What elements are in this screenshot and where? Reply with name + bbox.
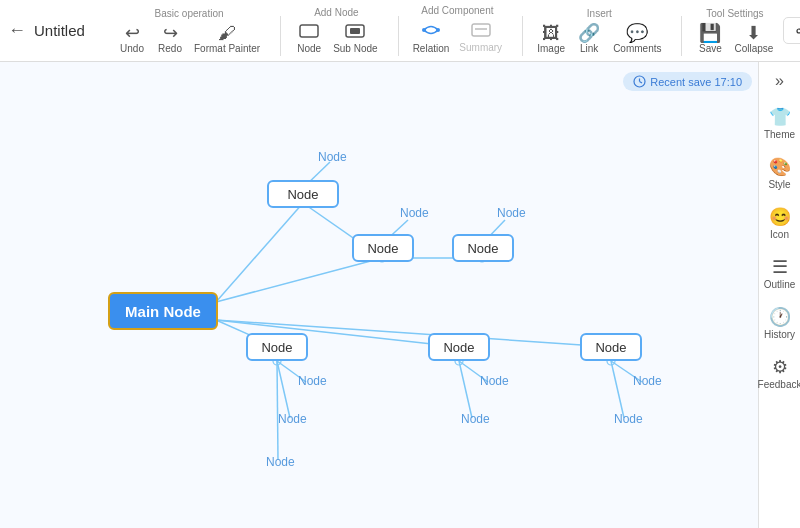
node-n4[interactable]: Node [246,333,308,361]
node-n5[interactable]: Node [428,333,490,361]
image-icon: 🖼 [542,24,560,42]
icon-button[interactable]: 😊 Icon [761,202,799,244]
relation-label: Relation [413,43,450,54]
style-icon: 🎨 [769,156,791,178]
sep4 [681,16,682,56]
history-icon: 🕐 [769,306,791,328]
svg-point-3 [422,28,426,32]
sub-node-label: Sub Node [333,43,377,54]
recent-save-badge: Recent save 17:10 [623,72,752,91]
group-tool-settings: Tool Settings 💾 Save ⬇ Collapse [692,8,777,56]
feedback-icon: ⚙ [772,356,788,378]
summary-icon [471,22,491,41]
comments-icon: 💬 [626,24,648,42]
svg-line-17 [216,203,303,302]
save-icon: 💾 [699,24,721,42]
history-button[interactable]: 🕐 History [761,302,799,344]
save-button[interactable]: 💾 Save [692,22,728,56]
theme-icon: 👕 [769,106,791,128]
comments-button[interactable]: 💬 Comments [609,22,665,56]
node-n1-label: Node [287,187,318,202]
undo-button[interactable]: ↩ Undo [114,22,150,56]
group-add-node-items: Node Sub Node [291,21,381,56]
group-insert-items: 🖼 Image 🔗 Link 💬 Comments [533,22,665,56]
toolbar: ← Untitled Basic operation ↩ Undo ↪ Redo… [0,0,800,62]
image-label: Image [537,43,565,54]
style-button[interactable]: 🎨 Style [761,152,799,194]
svg-line-29 [277,361,278,460]
panel-collapse-button[interactable]: » [771,68,788,94]
node-n6-label: Node [595,340,626,355]
svg-point-4 [436,28,440,32]
float-label-3: Node [298,374,327,388]
node-n5-label: Node [443,340,474,355]
float-label-0: Node [318,150,347,164]
format-painter-label: Format Painter [194,43,260,54]
save-label: Save [699,43,722,54]
float-label-1: Node [400,206,429,220]
theme-button[interactable]: 👕 Theme [761,102,799,144]
relation-icon [421,21,441,42]
share-icon [796,24,800,38]
svg-rect-2 [350,28,360,34]
recent-save-text: Recent save 17:10 [650,76,742,88]
svg-line-19 [216,258,382,302]
group-add-node-label: Add Node [314,7,358,18]
sep2 [398,16,399,56]
outline-label: Outline [764,279,796,290]
collapse-label: Collapse [734,43,773,54]
redo-button[interactable]: ↪ Redo [152,22,188,56]
relation-button[interactable]: Relation [409,19,454,56]
feedback-label: Feedback [758,379,800,390]
link-label: Link [580,43,598,54]
group-insert: Insert 🖼 Image 🔗 Link 💬 Comments [533,8,665,56]
group-insert-label: Insert [587,8,612,19]
float-label-7: Node [461,412,490,426]
outline-icon: ☰ [772,256,788,278]
main-node-label: Main Node [125,303,201,320]
feedback-button[interactable]: ⚙ Feedback [761,352,799,394]
summary-button[interactable]: Summary [455,20,506,55]
link-icon: 🔗 [578,24,600,42]
float-label-8: Node [614,412,643,426]
collapse-icon: ⬇ [746,24,761,42]
collapse-button[interactable]: ⬇ Collapse [730,22,777,56]
sep1 [280,16,281,56]
float-label-6: Node [278,412,307,426]
toolbar-right: Share Export [783,17,800,44]
node-n3[interactable]: Node [452,234,514,262]
node-n6[interactable]: Node [580,333,642,361]
link-button[interactable]: 🔗 Link [571,22,607,56]
float-label-9: Node [266,455,295,469]
summary-label: Summary [459,42,502,53]
node-icon [299,23,319,42]
undo-icon: ↩ [125,24,140,42]
undo-label: Undo [120,43,144,54]
group-basic-operation: Basic operation ↩ Undo ↪ Redo 🖌 Format P… [114,8,264,56]
doc-title[interactable]: Untitled [34,22,94,39]
group-basic-operation-label: Basic operation [155,8,224,19]
node-n1[interactable]: Node [267,180,339,208]
node-button[interactable]: Node [291,21,327,56]
outline-button[interactable]: ☰ Outline [761,252,799,294]
toolbar-groups: Basic operation ↩ Undo ↪ Redo 🖌 Format P… [114,5,783,56]
redo-label: Redo [158,43,182,54]
node-n4-label: Node [261,340,292,355]
node-n2[interactable]: Node [352,234,414,262]
main-node[interactable]: Main Node [108,292,218,330]
share-button[interactable]: Share [783,17,800,44]
redo-icon: ↪ [163,24,178,42]
right-panel: » 👕 Theme 🎨 Style 😊 Icon ☰ Outline 🕐 His… [758,62,800,528]
group-tool-settings-label: Tool Settings [706,8,763,19]
icon-label: Icon [770,229,789,240]
node-n3-label: Node [467,241,498,256]
comments-label: Comments [613,43,661,54]
sub-node-button[interactable]: Sub Node [329,21,381,56]
icon-icon: 😊 [769,206,791,228]
float-label-4: Node [480,374,509,388]
node-label: Node [297,43,321,54]
format-painter-button[interactable]: 🖌 Format Painter [190,22,264,56]
canvas-area[interactable]: Recent save 17:10 [0,62,800,528]
image-button[interactable]: 🖼 Image [533,22,569,56]
back-button[interactable]: ← [8,20,26,41]
